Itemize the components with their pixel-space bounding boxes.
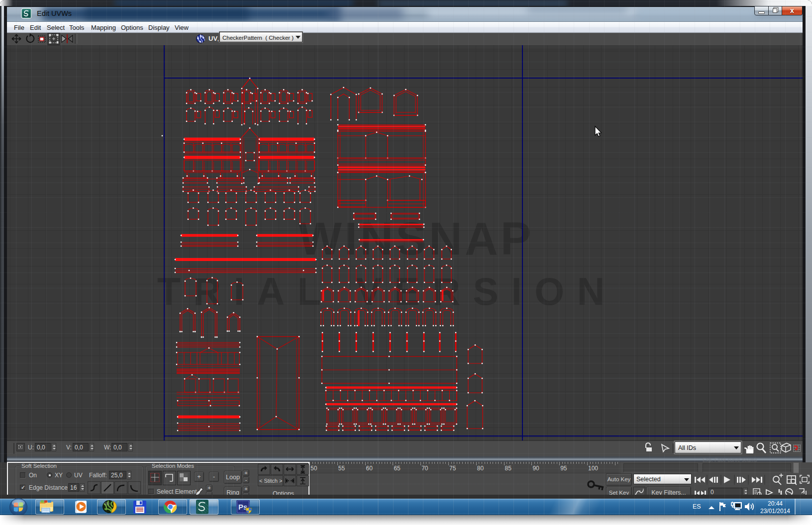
svg-text:< Stitch >: < Stitch > xyxy=(259,478,282,484)
